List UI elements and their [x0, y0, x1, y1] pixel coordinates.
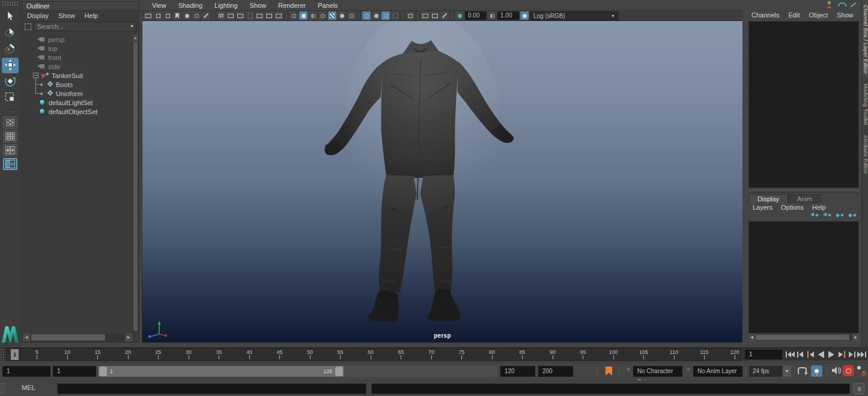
- snapshot-multi-icon[interactable]: [431, 11, 439, 20]
- outliner-menu-help[interactable]: Help: [85, 12, 99, 19]
- viewport-menu-lighting[interactable]: Lighting: [209, 2, 243, 9]
- time-ruler[interactable]: 1 51015202530354045505560657075808590951…: [6, 348, 741, 361]
- outliner-menu-display[interactable]: Display: [27, 12, 49, 19]
- fps-dropdown[interactable]: 24 fps ▼: [749, 366, 791, 377]
- outliner-vscrollbar[interactable]: ▲: [133, 35, 138, 332]
- resolution-gate-icon[interactable]: [236, 11, 244, 20]
- gate-mask-icon[interactable]: [246, 11, 254, 20]
- gamma-field[interactable]: 1.00: [497, 11, 519, 20]
- evaluation-mode-icon[interactable]: [843, 365, 854, 376]
- layer-help-menu[interactable]: Help: [812, 204, 826, 211]
- outliner-item-unioform[interactable]: Unioform: [23, 89, 132, 98]
- outliner-item-persp[interactable]: persp: [23, 35, 132, 44]
- paint-select-tool-button[interactable]: [2, 41, 19, 57]
- hscroll-thumb[interactable]: [31, 334, 105, 341]
- outliner-menu-show[interactable]: Show: [58, 12, 75, 19]
- snapshot-icon[interactable]: [421, 11, 429, 20]
- safe-action-icon[interactable]: [265, 11, 273, 20]
- sound-icon[interactable]: [832, 367, 841, 376]
- scale-tool-button[interactable]: [2, 90, 19, 106]
- isolate-select-icon[interactable]: [406, 11, 414, 20]
- range-end-handle[interactable]: [335, 367, 343, 376]
- safe-title-icon[interactable]: [275, 11, 283, 20]
- playback-range[interactable]: 1 120: [99, 366, 344, 377]
- range-slider[interactable]: 1 120: [99, 366, 497, 377]
- use-all-lights-icon[interactable]: [318, 11, 327, 20]
- auto-keyframe-toggle[interactable]: [811, 365, 822, 377]
- camera-select-icon[interactable]: [144, 11, 153, 20]
- outliner-search-input[interactable]: Search...: [34, 22, 136, 31]
- command-input[interactable]: [57, 383, 366, 394]
- view-transform-dropdown[interactable]: Log (sRGB): [530, 11, 619, 20]
- go-to-end-button[interactable]: [857, 349, 867, 360]
- move-tool-button[interactable]: [2, 58, 19, 73]
- animation-end-field[interactable]: 200: [538, 366, 573, 377]
- textured-icon[interactable]: [309, 11, 317, 20]
- camera-attributes-icon[interactable]: [163, 11, 172, 20]
- toolbox-grip[interactable]: [2, 1, 18, 7]
- shadows-icon[interactable]: [328, 11, 336, 20]
- exposure-field[interactable]: 0.00: [465, 11, 487, 20]
- four-pane-layout-button[interactable]: [3, 130, 17, 142]
- viewport-canvas[interactable]: persp: [142, 21, 742, 343]
- scroll-up-icon[interactable]: ▲: [133, 35, 138, 41]
- character-set-field[interactable]: No Character Set: [633, 366, 682, 377]
- step-back-frame-button[interactable]: [795, 349, 806, 360]
- script-editor-button[interactable]: (:): [854, 383, 864, 394]
- select-tool-button[interactable]: [2, 9, 19, 25]
- channel-edit-menu[interactable]: Edit: [788, 11, 800, 19]
- lasso-tool-button[interactable]: [2, 25, 19, 41]
- step-forward-key-button[interactable]: [836, 349, 846, 360]
- pan-zoom-reset-icon[interactable]: [455, 11, 464, 20]
- add-bookmark-icon[interactable]: [605, 367, 612, 376]
- vscroll-thumb[interactable]: [133, 42, 138, 331]
- outliner-item-defaultlightset[interactable]: defaultLightSet: [23, 98, 132, 107]
- range-start-handle[interactable]: [99, 367, 107, 376]
- display-layers-list[interactable]: [748, 221, 859, 334]
- grease-pencil-icon[interactable]: [202, 11, 210, 20]
- command-line-grip[interactable]: [0, 382, 5, 395]
- outliner-item-boots[interactable]: Boots: [23, 80, 132, 89]
- xray-active-components-icon[interactable]: [381, 11, 390, 20]
- outliner-item-top[interactable]: top: [23, 44, 132, 53]
- viewport-menu-renderer[interactable]: Renderer: [273, 2, 311, 9]
- playback-loop-icon[interactable]: [798, 367, 807, 375]
- outliner-item-side[interactable]: side: [23, 62, 132, 71]
- outliner-persp-layout-button[interactable]: [3, 158, 17, 170]
- outliner-item-defaultobjectset[interactable]: defaultObjectSet: [23, 107, 132, 116]
- move-layer-down-icon[interactable]: [823, 213, 831, 219]
- image-plane-icon[interactable]: [183, 11, 191, 20]
- scroll-left-icon[interactable]: ◀: [748, 334, 755, 341]
- playback-end-field[interactable]: 120: [500, 366, 535, 377]
- search-filter-icon[interactable]: [25, 23, 31, 30]
- xray-joints-icon[interactable]: [372, 11, 380, 20]
- outliner-item-tankersuit[interactable]: TankerSuit: [23, 71, 132, 80]
- layers-menu[interactable]: Layers: [753, 204, 772, 211]
- tab-attribute-editor[interactable]: Attribute Editor: [862, 130, 868, 178]
- create-empty-layer-icon[interactable]: [836, 213, 843, 219]
- scroll-right-icon[interactable]: ▶: [125, 334, 132, 341]
- channel-speed-icon[interactable]: [837, 1, 845, 8]
- camera-lock-icon[interactable]: [154, 11, 162, 20]
- outliner-hscrollbar[interactable]: ◀ ▶: [23, 334, 132, 341]
- two-pane-layout-button[interactable]: [3, 144, 17, 156]
- motion-blur-icon[interactable]: [347, 11, 356, 20]
- region-crop-icon[interactable]: [440, 11, 449, 20]
- outliner-item-front[interactable]: front: [23, 53, 132, 62]
- current-frame-marker[interactable]: 1: [11, 349, 19, 360]
- smooth-shade-all-icon[interactable]: [299, 11, 308, 20]
- channel-show-menu[interactable]: Show: [837, 11, 854, 19]
- step-back-key-button[interactable]: [806, 349, 816, 360]
- channel-object-menu[interactable]: Object: [809, 11, 828, 19]
- viewport-menu-view[interactable]: View: [147, 2, 172, 9]
- grid-icon[interactable]: [217, 11, 225, 20]
- tab-anim[interactable]: Anim: [788, 194, 821, 203]
- tab-channel-box-layer-editor[interactable]: Channel Box / Layer Editor: [862, 0, 868, 79]
- channel-box-list[interactable]: [748, 21, 859, 188]
- contrast-icon[interactable]: [488, 11, 496, 20]
- film-gate-icon[interactable]: [226, 11, 235, 20]
- play-backwards-button[interactable]: [816, 349, 826, 360]
- anim-layer-field[interactable]: No Anim Layer: [693, 366, 742, 377]
- current-time-field[interactable]: 1: [745, 350, 782, 359]
- channel-hierarchy-icon[interactable]: [825, 1, 833, 8]
